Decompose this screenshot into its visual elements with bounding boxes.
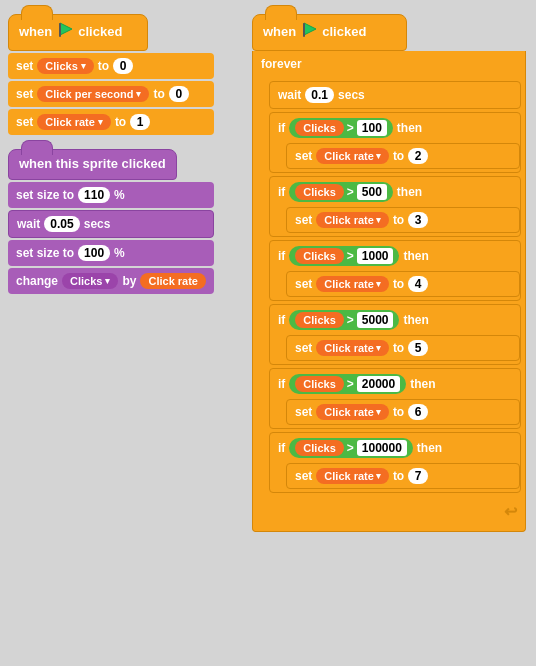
size-value-100[interactable]: 100 [78, 245, 110, 261]
op-label-4: > [347, 377, 354, 391]
set-cr-block-4[interactable]: setClick rate▾to6 [286, 399, 520, 425]
forever-end-arrow: ↩ [504, 502, 517, 521]
cr-pill-4[interactable]: Click rate▾ [316, 404, 389, 420]
clicks-var-pill-1[interactable]: Clicks ▾ [37, 58, 93, 74]
if-block-3: ifClicks>5000thensetClick rate▾to5 [269, 304, 521, 365]
wait-value-01[interactable]: 0.1 [305, 87, 334, 103]
cr-pill-5[interactable]: Click rate▾ [316, 468, 389, 484]
if-header-4: ifClicks>20000then [270, 369, 520, 397]
set-cr-block-2[interactable]: setClick rate▾to4 [286, 271, 520, 297]
when-clicked-hat-right[interactable]: when clicked [252, 14, 407, 51]
set-val-input-1[interactable]: 3 [408, 212, 428, 228]
cr-dropdown-if-3[interactable]: ▾ [376, 343, 381, 353]
set-clicks-block[interactable]: set Clicks ▾ to 0 [8, 53, 214, 79]
clicks-pill-if-5[interactable]: Clicks [295, 440, 343, 456]
then-label-4: then [410, 377, 435, 391]
if-label-1: if [278, 185, 285, 199]
set-cps-block[interactable]: set Click per second ▾ to 0 [8, 81, 214, 107]
threshold-input-0[interactable]: 100 [357, 120, 387, 136]
clicks-pill-if-4[interactable]: Clicks [295, 376, 343, 392]
cr-dropdown-if-4[interactable]: ▾ [376, 407, 381, 417]
op-label-2: > [347, 249, 354, 263]
to-label-if-4: to [393, 405, 404, 419]
cr-dropdown-if-5[interactable]: ▾ [376, 471, 381, 481]
cr-dropdown-if-1[interactable]: ▾ [376, 215, 381, 225]
set-val-input-5[interactable]: 7 [408, 468, 428, 484]
if-body-2: setClick rate▾to4 [286, 269, 520, 300]
flag-icon-right [300, 21, 318, 42]
percent-label-1: % [114, 188, 125, 202]
operator-block-5: Clicks>100000 [289, 438, 412, 458]
set-val-input-0[interactable]: 2 [408, 148, 428, 164]
cr-dropdown-if-2[interactable]: ▾ [376, 279, 381, 289]
set-cr-block-5[interactable]: setClick rate▾to7 [286, 463, 520, 489]
set-cr-block[interactable]: set Click rate ▾ to 1 [8, 109, 214, 135]
then-label-3: then [403, 313, 428, 327]
if-blocks-container: ifClicks>100thensetClick rate▾to2ifClick… [269, 112, 521, 493]
clicked-label-left: clicked [78, 24, 122, 39]
if-label-4: if [278, 377, 285, 391]
clicks-pill-if-2[interactable]: Clicks [295, 248, 343, 264]
operator-block-3: Clicks>5000 [289, 310, 399, 330]
change-label: change [16, 274, 58, 288]
cr-var-pill-1[interactable]: Click rate ▾ [37, 114, 111, 130]
wait-label-right: wait [278, 88, 301, 102]
by-label: by [122, 274, 136, 288]
cr-value-1[interactable]: 1 [130, 114, 150, 130]
op-label-5: > [347, 441, 354, 455]
set-cr-block-3[interactable]: setClick rate▾to5 [286, 335, 520, 361]
clicked-label-right: clicked [322, 24, 366, 39]
set-size-110-block[interactable]: set size to 110 % [8, 182, 214, 208]
cps-var-pill[interactable]: Click per second ▾ [37, 86, 149, 102]
to-label-if-3: to [393, 341, 404, 355]
clicks-pill-if-3[interactable]: Clicks [295, 312, 343, 328]
threshold-input-3[interactable]: 5000 [357, 312, 394, 328]
size-value-110[interactable]: 110 [78, 187, 110, 203]
svg-rect-3 [303, 23, 305, 37]
threshold-input-2[interactable]: 1000 [357, 248, 394, 264]
cr-pill-2[interactable]: Click rate▾ [316, 276, 389, 292]
change-clicks-block[interactable]: change Clicks ▾ by Click rate [8, 268, 214, 294]
clicks-pill-if-0[interactable]: Clicks [295, 120, 343, 136]
cr-pill-3[interactable]: Click rate▾ [316, 340, 389, 356]
click-rate-pill-change[interactable]: Click rate [140, 273, 206, 289]
to-label-2: to [153, 87, 164, 101]
wait-secs-label-left: secs [84, 217, 111, 231]
clicks-pill-if-1[interactable]: Clicks [295, 184, 343, 200]
sprite-clicked-label: when this sprite clicked [19, 156, 166, 171]
threshold-input-4[interactable]: 20000 [357, 376, 400, 392]
wait-value-005[interactable]: 0.05 [44, 216, 79, 232]
set-val-input-4[interactable]: 6 [408, 404, 428, 420]
cps-value[interactable]: 0 [169, 86, 189, 102]
cr-dropdown-1[interactable]: ▾ [98, 117, 103, 127]
cr-pill-0[interactable]: Click rate▾ [316, 148, 389, 164]
set-size-100-block[interactable]: set size to 100 % [8, 240, 214, 266]
if-body-3: setClick rate▾to5 [286, 333, 520, 364]
cps-dropdown[interactable]: ▾ [136, 89, 141, 99]
clicks-dropdown-1[interactable]: ▾ [81, 61, 86, 71]
if-body-4: setClick rate▾to6 [286, 397, 520, 428]
wait-01-block[interactable]: wait 0.1 secs [269, 81, 521, 109]
clicks-change-dropdown[interactable]: ▾ [105, 276, 110, 286]
clicks-change-pill[interactable]: Clicks ▾ [62, 273, 118, 289]
threshold-input-1[interactable]: 500 [357, 184, 387, 200]
set-cr-block-0[interactable]: setClick rate▾to2 [286, 143, 520, 169]
op-label-1: > [347, 185, 354, 199]
set-val-input-3[interactable]: 5 [408, 340, 428, 356]
threshold-input-5[interactable]: 100000 [357, 440, 407, 456]
op-label-0: > [347, 121, 354, 135]
set-val-input-2[interactable]: 4 [408, 276, 428, 292]
when-sprite-clicked-hat[interactable]: when this sprite clicked [8, 149, 177, 180]
cr-pill-1[interactable]: Click rate▾ [316, 212, 389, 228]
wait-005-block[interactable]: wait 0.05 secs [8, 210, 214, 238]
forever-end: ↩ [253, 498, 525, 525]
to-label-if-2: to [393, 277, 404, 291]
set-cr-block-1[interactable]: setClick rate▾to3 [286, 207, 520, 233]
cr-dropdown-if-0[interactable]: ▾ [376, 151, 381, 161]
if-header-0: ifClicks>100then [270, 113, 520, 141]
when-clicked-hat-left[interactable]: when clicked [8, 14, 148, 51]
svg-marker-0 [60, 23, 72, 35]
to-label-3: to [115, 115, 126, 129]
clicks-value-1[interactable]: 0 [113, 58, 133, 74]
to-label-1: to [98, 59, 109, 73]
